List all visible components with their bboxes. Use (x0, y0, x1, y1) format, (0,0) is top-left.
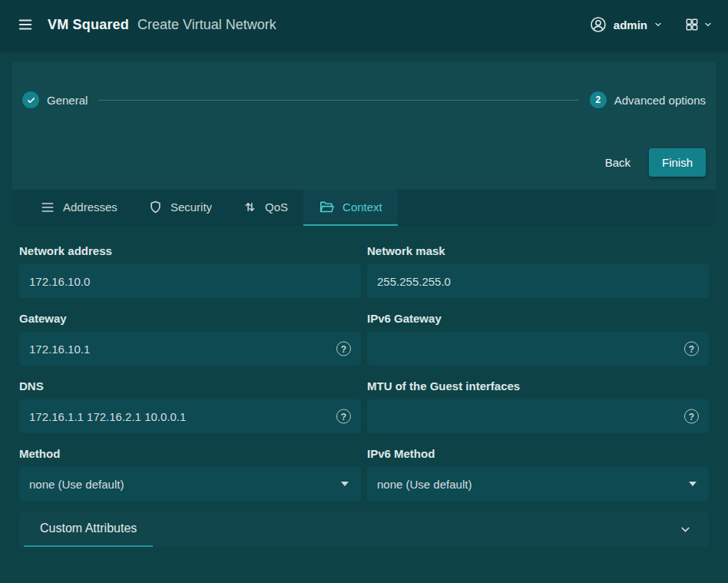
field-network-mask: Network mask (367, 244, 709, 298)
method-label: Method (19, 447, 361, 460)
wizard-actions: Back Finish (22, 148, 706, 177)
method-select-value: none (Use default) (29, 478, 341, 491)
field-ipv6-gateway: IPv6 Gateway ? (367, 312, 709, 366)
caret-down-icon (689, 482, 697, 486)
help-icon[interactable]: ? (336, 342, 351, 356)
custom-attributes-accordion[interactable]: Custom Attributes (19, 512, 709, 547)
field-ipv6-method: IPv6 Method none (Use default) (367, 447, 709, 501)
network-address-input[interactable] (19, 264, 361, 298)
field-method: Method none (Use default) (19, 447, 361, 501)
ipv6-method-label: IPv6 Method (367, 447, 709, 460)
tab-security-label: Security (170, 200, 212, 214)
finish-button[interactable]: Finish (649, 148, 706, 177)
network-address-label: Network address (19, 244, 361, 257)
stepper: General 2 Advanced options (22, 91, 706, 108)
ipv6-method-select-value: none (Use default) (377, 478, 689, 491)
chevron-down-icon (679, 523, 692, 536)
shield-icon (148, 200, 163, 214)
mtu-input-wrap: ? (367, 399, 709, 433)
tab-security[interactable]: Security (133, 190, 227, 226)
chevron-down-icon (654, 20, 663, 29)
dns-input-wrap: ? (19, 399, 361, 433)
app-brand: VM Squared (48, 17, 129, 33)
step-complete-check-icon (22, 91, 39, 108)
back-button[interactable]: Back (599, 150, 637, 175)
sort-arrows-icon (243, 200, 257, 214)
tab-qos-label: QoS (265, 200, 288, 214)
apps-menu-button[interactable] (684, 17, 713, 32)
tab-context-label: Context (342, 200, 382, 214)
step-general-label: General (47, 94, 88, 107)
field-gateway: Gateway ? (19, 312, 361, 366)
network-mask-input[interactable] (367, 264, 709, 298)
stepper-connector-line (98, 100, 578, 101)
page-title: Create Virtual Network (137, 17, 276, 33)
gateway-input-wrap: ? (19, 332, 361, 366)
ipv6-gateway-input[interactable] (367, 332, 709, 366)
app-header: VM Squared Create Virtual Network admin (0, 0, 728, 49)
step-general[interactable]: General (22, 91, 88, 108)
dns-input[interactable] (19, 399, 361, 433)
apps-grid-icon (684, 17, 700, 32)
help-icon[interactable]: ? (336, 409, 351, 424)
user-name: admin (614, 18, 647, 31)
caret-down-icon (341, 482, 349, 486)
field-network-address: Network address (19, 244, 361, 298)
network-address-input-wrap (19, 264, 361, 298)
mtu-input[interactable] (367, 399, 709, 433)
mtu-label: MTU of the Guest interfaces (367, 379, 709, 393)
gateway-input[interactable] (19, 332, 361, 366)
user-icon (589, 15, 607, 34)
tab-bar: Addresses Security QoS Context (12, 190, 716, 226)
menu-button[interactable] (15, 15, 35, 35)
chevron-down-icon (703, 20, 713, 29)
ipv6-method-select[interactable]: none (Use default) (367, 467, 709, 501)
gateway-label: Gateway (19, 312, 361, 325)
ipv6-gateway-label: IPv6 Gateway (367, 312, 709, 325)
step-advanced-options[interactable]: 2 Advanced options (590, 91, 706, 108)
user-menu-button[interactable]: admin (589, 15, 663, 34)
tab-addresses[interactable]: Addresses (25, 190, 133, 226)
field-dns: DNS ? (19, 379, 361, 433)
help-icon[interactable]: ? (684, 409, 699, 424)
hamburger-icon (17, 16, 34, 33)
step-number-badge: 2 (590, 91, 607, 108)
list-icon (40, 200, 55, 215)
help-icon[interactable]: ? (684, 342, 699, 356)
tab-addresses-label: Addresses (63, 200, 117, 214)
network-mask-label: Network mask (367, 244, 709, 257)
method-select[interactable]: none (Use default) (19, 467, 361, 501)
network-mask-input-wrap (367, 264, 709, 298)
wizard-panel: General 2 Advanced options Back Finish (12, 61, 716, 190)
dns-label: DNS (19, 379, 361, 393)
custom-attributes-title: Custom Attributes (24, 512, 153, 547)
main-content: General 2 Advanced options Back Finish A… (0, 49, 728, 547)
step-advanced-options-label: Advanced options (614, 94, 706, 107)
tab-qos[interactable]: QoS (227, 190, 303, 226)
folder-icon (319, 199, 335, 215)
context-form: Network address Network mask Gateway ? I… (12, 226, 716, 501)
ipv6-gateway-input-wrap: ? (367, 332, 709, 366)
tab-context[interactable]: Context (303, 190, 398, 226)
field-mtu: MTU of the Guest interfaces ? (367, 379, 709, 433)
